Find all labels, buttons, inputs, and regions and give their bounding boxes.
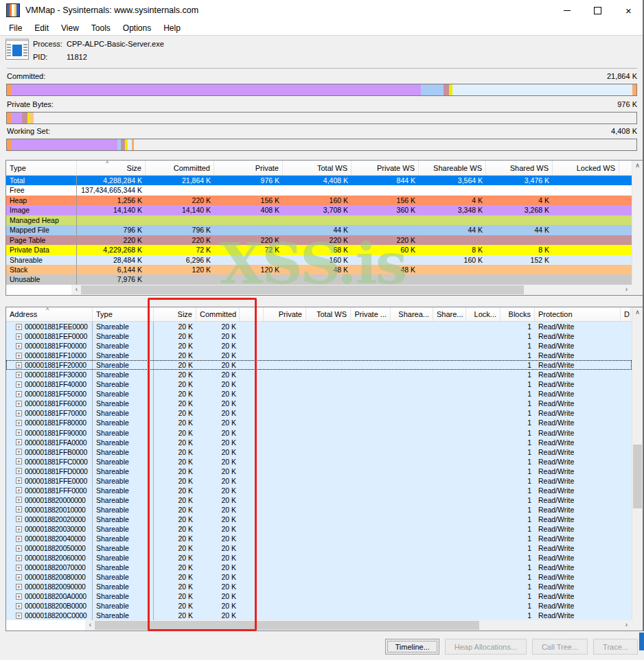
detail-column-header[interactable]: Protection — [535, 307, 621, 321]
expand-icon[interactable]: + — [16, 468, 22, 474]
expand-icon[interactable]: + — [16, 555, 22, 561]
summary-row[interactable]: Page Table 220 K 220 K 220 K 220 K 220 K — [6, 235, 632, 245]
memory-region-row[interactable]: +0000018820020000 Shareable 20 K 20 K 1 … — [6, 515, 632, 524]
footer-button[interactable]: Timeline... — [385, 639, 439, 655]
expand-icon[interactable]: + — [16, 478, 22, 484]
memory-region-row[interactable]: +000001881FF10000 Shareable 20 K 20 K 1 … — [6, 351, 632, 360]
memory-region-row[interactable]: +00000188200C0000 Shareable 20 K 20 K 1 … — [6, 611, 632, 620]
summary-column-header[interactable]: Committed — [146, 161, 214, 175]
expand-icon[interactable]: + — [16, 574, 22, 580]
memory-region-row[interactable]: +000001881FF80000 Shareable 20 K 20 K 1 … — [6, 418, 632, 427]
expand-icon[interactable]: + — [16, 439, 22, 445]
memory-region-row[interactable]: +000001881FEE0000 Shareable 20 K 20 K 1 … — [6, 322, 632, 331]
memory-region-row[interactable]: +0000018820090000 Shareable 20 K 20 K 1 … — [6, 582, 632, 591]
menu-item[interactable]: Edit — [28, 21, 55, 35]
summary-column-header[interactable]: Private — [214, 161, 283, 175]
expand-icon[interactable]: + — [16, 333, 22, 340]
summary-column-header[interactable]: Shareable WS — [419, 161, 486, 175]
memory-region-row[interactable]: +000001881FFE0000 Shareable 20 K 20 K 1 … — [6, 476, 632, 486]
menu-item[interactable]: Tools — [85, 21, 117, 35]
summary-horizontal-scrollbar[interactable]: ‹ › — [71, 285, 632, 295]
detail-column-header[interactable]: Private ... — [351, 307, 391, 321]
summary-column-header[interactable]: Private WS — [352, 161, 419, 175]
scroll-left-icon[interactable]: ‹ — [71, 285, 82, 295]
scroll-up-icon[interactable]: ∧ — [632, 307, 643, 318]
summary-column-header[interactable]: Total WS — [283, 161, 352, 175]
scroll-up-icon[interactable]: ∧ — [632, 161, 643, 171]
expand-icon[interactable]: + — [16, 381, 22, 388]
scroll-right-icon[interactable]: › — [621, 285, 632, 295]
memory-region-row[interactable]: +000001881FF20000 Shareable 20 K 20 K 1 … — [6, 360, 632, 370]
memory-region-row[interactable]: +000001881FFC0000 Shareable 20 K 20 K 1 … — [6, 457, 632, 467]
detail-column-header[interactable]: Lock... — [466, 307, 501, 321]
memory-region-row[interactable]: +0000018820050000 Shareable 20 K 20 K 1 … — [6, 543, 632, 553]
memory-region-row[interactable]: +0000018820040000 Shareable 20 K 20 K 1 … — [6, 534, 632, 543]
expand-icon[interactable]: + — [16, 401, 22, 407]
memory-region-row[interactable]: +000001881FF50000 Shareable 20 K 20 K 1 … — [6, 389, 632, 399]
footer-button[interactable]: Heap Allocations... — [445, 639, 527, 655]
expand-icon[interactable]: + — [16, 487, 22, 493]
summary-row[interactable]: Stack 6,144 K 120 K 120 K 48 K 48 K — [6, 265, 632, 274]
expand-icon[interactable]: + — [16, 458, 22, 464]
memory-region-row[interactable]: +000001881FFA0000 Shareable 20 K 20 K 1 … — [6, 438, 632, 447]
detail-column-header[interactable]: Address — [6, 307, 93, 321]
detail-column-header[interactable]: Committed — [196, 307, 240, 321]
summary-column-header[interactable]: Type — [6, 161, 77, 175]
detail-column-header[interactable]: Share... — [433, 307, 466, 321]
expand-icon[interactable]: + — [16, 526, 22, 532]
detail-column-header[interactable]: Total WS — [306, 307, 351, 321]
expand-icon[interactable]: + — [16, 603, 22, 609]
expand-icon[interactable]: + — [16, 565, 22, 571]
summary-row[interactable]: Managed Heap — [6, 215, 632, 225]
memory-region-row[interactable]: +00000188200B0000 Shareable 20 K 20 K 1 … — [6, 601, 632, 611]
summary-row[interactable]: Shareable 28,484 K 6,296 K 160 K 160 K 1… — [6, 255, 632, 265]
memory-region-row[interactable]: +000001881FFD0000 Shareable 20 K 20 K 1 … — [6, 467, 632, 476]
summary-row[interactable]: Heap 1,256 K 220 K 156 K 160 K 156 K 4 K… — [6, 196, 632, 205]
memory-region-row[interactable]: +0000018820070000 Shareable 20 K 20 K 1 … — [6, 563, 632, 572]
menu-item[interactable]: File — [3, 21, 28, 35]
expand-icon[interactable]: + — [16, 429, 22, 436]
expand-icon[interactable]: + — [16, 343, 22, 349]
expand-icon[interactable]: + — [16, 420, 22, 426]
expand-icon[interactable]: + — [16, 506, 22, 512]
expand-icon[interactable]: + — [16, 391, 22, 397]
menu-item[interactable]: Options — [117, 21, 157, 35]
memory-region-row[interactable]: +000001881FF60000 Shareable 20 K 20 K 1 … — [6, 399, 632, 408]
expand-icon[interactable]: + — [16, 353, 22, 359]
expand-icon[interactable]: + — [16, 536, 22, 542]
expand-icon[interactable]: + — [16, 324, 22, 330]
footer-button[interactable]: Trace... — [593, 639, 638, 655]
detail-column-header[interactable]: Private — [264, 307, 306, 321]
memory-region-row[interactable]: +0000018820000000 Shareable 20 K 20 K 1 … — [6, 495, 632, 505]
scrollbar-thumb[interactable] — [633, 445, 642, 508]
memory-region-row[interactable]: +000001881FF00000 Shareable 20 K 20 K 1 … — [6, 341, 632, 351]
memory-region-row[interactable]: +00000188200A0000 Shareable 20 K 20 K 1 … — [6, 591, 632, 601]
detail-vertical-scrollbar[interactable]: ∧ ∨ — [632, 307, 643, 630]
memory-region-row[interactable]: +000001881FF40000 Shareable 20 K 20 K 1 … — [6, 379, 632, 389]
menu-item[interactable]: View — [55, 21, 85, 35]
expand-icon[interactable]: + — [16, 516, 22, 522]
detail-column-header[interactable]: Size — [154, 307, 196, 321]
summary-row[interactable]: Unusable 7,976 K — [6, 274, 632, 284]
memory-region-row[interactable]: +0000018820030000 Shareable 20 K 20 K 1 … — [6, 524, 632, 534]
menu-item[interactable]: Help — [157, 21, 187, 35]
maximize-button[interactable] — [582, 0, 613, 21]
detail-column-header[interactable] — [240, 307, 264, 321]
footer-button[interactable]: Call Tree... — [532, 639, 588, 655]
detail-horizontal-scrollbar[interactable]: ‹ › — [85, 620, 632, 630]
memory-region-row[interactable]: +000001881FF90000 Shareable 20 K 20 K 1 … — [6, 428, 632, 438]
summary-column-header[interactable]: Size — [77, 161, 146, 175]
expand-icon[interactable]: + — [16, 410, 22, 416]
scroll-left-icon[interactable]: ‹ — [85, 620, 95, 630]
summary-row[interactable]: Total 4,288,284 K 21,864 K 976 K 4,408 K… — [6, 176, 632, 185]
scroll-right-icon[interactable]: › — [621, 620, 632, 630]
scrollbar-thumb[interactable] — [95, 621, 479, 630]
expand-icon[interactable]: + — [16, 449, 22, 455]
expand-icon[interactable]: + — [16, 497, 22, 503]
summary-row[interactable]: Private Data 4,229,268 K 72 K 72 K 68 K … — [6, 245, 632, 255]
summary-column-header[interactable]: Shared WS — [486, 161, 553, 175]
detail-column-header[interactable]: Sharea... — [391, 307, 433, 321]
summary-row[interactable]: Image 14,140 K 14,140 K 408 K 3,708 K 36… — [6, 205, 632, 215]
expand-icon[interactable]: + — [16, 593, 22, 600]
memory-region-row[interactable]: +000001881FF70000 Shareable 20 K 20 K 1 … — [6, 408, 632, 418]
